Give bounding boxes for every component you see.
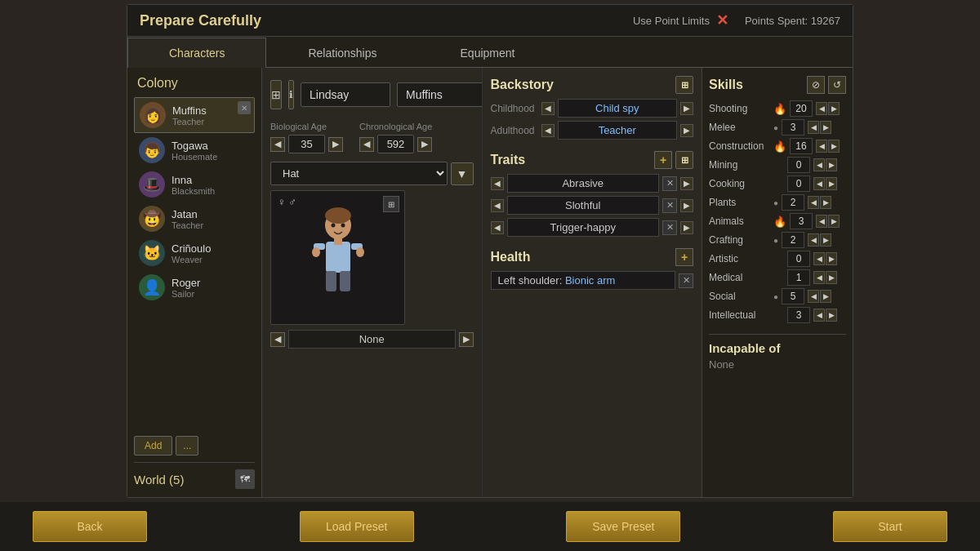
char-item-cri[interactable]: 🐱 Criñoulo Weaver	[134, 236, 255, 270]
adulthood-next-btn[interactable]: ▶	[680, 124, 693, 137]
lastname-input[interactable]	[397, 82, 482, 107]
more-options-btn[interactable]: ...	[176, 436, 198, 455]
hat-select[interactable]: Hat	[270, 162, 448, 185]
skill-inc-crafting[interactable]: ▶	[820, 233, 831, 247]
char-remove-muffins[interactable]: ✕	[238, 101, 251, 114]
childhood-next-btn[interactable]: ▶	[680, 102, 693, 115]
skill-inc-animals[interactable]: ▶	[828, 215, 840, 228]
trait-slothful-next[interactable]: ▶	[680, 199, 693, 212]
char-role-inna: Blacksmith	[172, 186, 250, 196]
skill-inc-construction[interactable]: ▶	[828, 140, 840, 153]
skill-inc-medical[interactable]: ▶	[826, 271, 837, 284]
skill-row-crafting: Crafting ● 2 ◀ ▶	[709, 232, 846, 248]
skill-dec-construction[interactable]: ◀	[816, 140, 827, 153]
trait-triggerhappy-val: Trigger-happy	[507, 218, 660, 237]
hat-random-btn[interactable]: ▼	[451, 162, 474, 185]
skill-arrows-melee: ◀ ▶	[808, 121, 831, 134]
avatar-roger: 👤	[139, 274, 165, 300]
skill-inc-intellectual[interactable]: ▶	[826, 309, 837, 322]
tab-relationships[interactable]: Relationships	[266, 38, 418, 68]
health-title: Health +	[491, 248, 694, 266]
skill-dec-intellectual[interactable]: ◀	[813, 309, 825, 322]
skills-random-btn[interactable]: ↺	[828, 76, 846, 94]
load-preset-btn[interactable]: Load Preset	[300, 511, 414, 542]
back-btn[interactable]: Back	[33, 511, 147, 542]
trait-abrasive-prev[interactable]: ◀	[491, 177, 504, 190]
equip-prev-btn[interactable]: ◀	[270, 332, 285, 347]
childhood-prev-btn[interactable]: ◀	[541, 102, 555, 115]
trait-triggerhappy-prev[interactable]: ◀	[491, 221, 504, 234]
skill-val-melee: 3	[782, 119, 804, 136]
char-name-jatan: Jatan	[172, 208, 250, 220]
tab-characters[interactable]: Characters	[127, 38, 266, 68]
trait-triggerhappy-next[interactable]: ▶	[680, 221, 693, 234]
skill-row-mining: Mining 0 ◀ ▶	[709, 157, 846, 173]
skill-name-medical: Medical	[709, 272, 770, 283]
skill-inc-artistic[interactable]: ▶	[826, 252, 837, 265]
trait-triggerhappy-remove[interactable]: ✕	[662, 220, 677, 235]
point-limits-toggle[interactable]: ✕	[716, 11, 728, 29]
skills-reset-btn[interactable]: ⊘	[807, 76, 825, 94]
save-preset-btn[interactable]: Save Preset	[566, 511, 680, 542]
traits-icon-btn[interactable]: ⊞	[675, 151, 693, 169]
health-add-btn[interactable]: +	[675, 248, 693, 266]
char-item-togawa[interactable]: 👦 Togawa Housemate	[134, 133, 255, 167]
world-icon-btn[interactable]: 🗺	[235, 469, 255, 489]
skill-inc-cooking[interactable]: ▶	[826, 177, 837, 190]
skill-inc-social[interactable]: ▶	[820, 290, 831, 303]
tab-equipment[interactable]: Equipment	[419, 38, 557, 68]
backstory-icon-btn[interactable]: ⊞	[675, 76, 693, 94]
add-character-btn[interactable]: Add	[134, 436, 172, 455]
char-item-jatan[interactable]: 🤠 Jatan Teacher	[134, 202, 255, 236]
trait-slothful-remove[interactable]: ✕	[662, 198, 677, 213]
trait-abrasive-remove[interactable]: ✕	[662, 176, 677, 191]
firstname-input[interactable]	[301, 82, 390, 107]
bio-age-inc[interactable]: ▶	[328, 137, 343, 152]
char-item-muffins[interactable]: 👩 Muffins Teacher ✕	[134, 97, 255, 133]
char-icon-person[interactable]: ℹ	[288, 80, 294, 109]
avatar-togawa: 👦	[139, 137, 165, 163]
skill-dec-plants[interactable]: ◀	[808, 196, 819, 209]
traits-buttons: + ⊞	[654, 151, 693, 169]
colony-title: Colony	[134, 76, 255, 91]
bio-age-dec[interactable]: ◀	[270, 137, 285, 152]
skill-arrows-animals: ◀ ▶	[816, 215, 840, 228]
skill-dec-mining[interactable]: ◀	[813, 158, 825, 171]
skill-passion-melee: ●	[773, 123, 778, 132]
skill-dec-cooking[interactable]: ◀	[813, 177, 825, 190]
health-bionic-link[interactable]: Bionic arm	[565, 274, 615, 287]
chron-age-dec[interactable]: ◀	[359, 137, 374, 152]
char-item-roger[interactable]: 👤 Roger Sailor	[134, 270, 255, 304]
skill-arrows-intellectual: ◀ ▶	[813, 309, 837, 322]
skill-dec-artistic[interactable]: ◀	[813, 252, 825, 265]
adulthood-prev-btn[interactable]: ◀	[541, 124, 555, 137]
svg-rect-2	[326, 242, 350, 273]
skill-passion-construction: 🔥	[773, 140, 786, 153]
chron-age-control: ◀ 592 ▶	[359, 135, 432, 153]
skill-name-crafting: Crafting	[709, 234, 770, 246]
skill-dec-crafting[interactable]: ◀	[808, 233, 819, 247]
skill-dec-medical[interactable]: ◀	[813, 271, 825, 284]
skill-dec-animals[interactable]: ◀	[816, 215, 827, 228]
health-bionic-row: Left shoulder: Bionic arm ✕	[491, 271, 694, 290]
equip-next-btn[interactable]: ▶	[459, 332, 474, 347]
char-item-inna[interactable]: 🎩 Inna Blacksmith	[134, 167, 255, 202]
bio-age-control: ◀ 35 ▶	[270, 135, 343, 153]
skill-dec-melee[interactable]: ◀	[808, 121, 819, 134]
svg-point-1	[325, 207, 351, 224]
chron-age-inc[interactable]: ▶	[417, 137, 432, 152]
start-btn[interactable]: Start	[833, 511, 947, 542]
preview-settings-icon[interactable]: ⊞	[383, 196, 399, 212]
char-icon-grid[interactable]: ⊞	[270, 80, 282, 109]
skill-dec-social[interactable]: ◀	[808, 290, 819, 303]
skill-inc-plants[interactable]: ▶	[820, 196, 831, 209]
trait-abrasive-next[interactable]: ▶	[680, 177, 693, 190]
traits-add-btn[interactable]: +	[654, 151, 672, 169]
skill-inc-melee[interactable]: ▶	[820, 121, 831, 134]
tab-bar: Characters Relationships Equipment	[127, 37, 853, 68]
health-bionic-remove[interactable]: ✕	[679, 273, 693, 288]
skill-inc-mining[interactable]: ▶	[826, 158, 837, 171]
trait-slothful-prev[interactable]: ◀	[491, 199, 504, 212]
skill-inc-shooting[interactable]: ▶	[828, 102, 840, 115]
skill-dec-shooting[interactable]: ◀	[816, 102, 827, 115]
